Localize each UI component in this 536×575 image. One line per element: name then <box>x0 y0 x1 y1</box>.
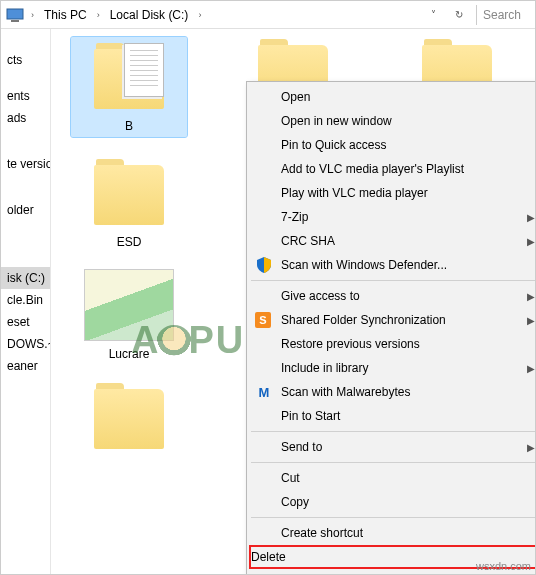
nav-item[interactable]: cle.Bin <box>1 289 50 311</box>
chevron-right-icon[interactable]: › <box>196 10 203 20</box>
menu-item-label: Open <box>281 90 310 104</box>
search-input[interactable]: Search <box>483 8 531 22</box>
nav-item[interactable]: DOWS.~BT <box>1 333 50 355</box>
menu-item-crc-sha[interactable]: CRC SHA▶ <box>249 229 536 253</box>
menu-item-label: Send to <box>281 440 322 454</box>
menu-item-copy[interactable]: Copy <box>249 490 536 514</box>
folder-item[interactable] <box>59 381 199 459</box>
folder-item[interactable]: ESD <box>59 157 199 249</box>
folder-label: B <box>75 119 183 133</box>
menu-item-label: Shared Folder Synchronization <box>281 313 446 327</box>
thumbnail-icon <box>84 269 174 341</box>
menu-item-send-to[interactable]: Send to▶ <box>249 435 536 459</box>
menu-item-create-shortcut[interactable]: Create shortcut <box>249 521 536 545</box>
pc-icon <box>5 5 25 25</box>
submenu-arrow-icon: ▶ <box>527 363 535 374</box>
refresh-icon[interactable]: ↻ <box>448 4 470 26</box>
menu-item-play-with-vlc-media-player[interactable]: Play with VLC media player <box>249 181 536 205</box>
divider <box>476 5 477 25</box>
menu-separator <box>251 462 536 463</box>
shield-icon <box>255 256 273 274</box>
menu-item-label: Copy <box>281 495 309 509</box>
mwb-icon: M <box>255 383 273 401</box>
nav-item[interactable]: ads <box>1 107 50 129</box>
menu-item-label: CRC SHA <box>281 234 335 248</box>
submenu-arrow-icon: ▶ <box>527 291 535 302</box>
nav-item[interactable]: cts <box>1 49 50 71</box>
submenu-arrow-icon: ▶ <box>527 212 535 223</box>
chevron-right-icon[interactable]: › <box>95 10 102 20</box>
menu-separator <box>251 280 536 281</box>
menu-item-label: Add to VLC media player's Playlist <box>281 162 464 176</box>
submenu-arrow-icon: ▶ <box>527 442 535 453</box>
nav-item[interactable]: eset <box>1 311 50 333</box>
submenu-arrow-icon: ▶ <box>527 236 535 247</box>
menu-item-label: Scan with Windows Defender... <box>281 258 447 272</box>
menu-item-add-to-vlc-media-player-s-playlist[interactable]: Add to VLC media player's Playlist <box>249 157 536 181</box>
menu-item-label: Play with VLC media player <box>281 186 428 200</box>
svg-rect-1 <box>11 20 19 22</box>
menu-item-7-zip[interactable]: 7-Zip▶ <box>249 205 536 229</box>
menu-item-open[interactable]: Open <box>249 85 536 109</box>
menu-item-pin-to-start[interactable]: Pin to Start <box>249 404 536 428</box>
menu-separator <box>251 431 536 432</box>
history-dropdown-icon[interactable]: ˅ <box>422 4 444 26</box>
menu-item-label: 7-Zip <box>281 210 308 224</box>
menu-item-label: Open in new window <box>281 114 392 128</box>
nav-item[interactable]: older <box>1 199 50 221</box>
nav-item[interactable]: eaner <box>1 355 50 377</box>
folder-label: ESD <box>59 235 199 249</box>
menu-separator <box>251 517 536 518</box>
menu-item-label: Pin to Start <box>281 409 340 423</box>
address-bar: › This PC › Local Disk (C:) › ˅ ↻ Search <box>1 1 535 29</box>
nav-item-selected[interactable]: isk (C:) <box>1 267 50 289</box>
menu-item-open-in-new-window[interactable]: Open in new window <box>249 109 536 133</box>
submenu-arrow-icon: ▶ <box>527 315 535 326</box>
menu-item-shared-folder-synchronization[interactable]: SShared Folder Synchronization▶ <box>249 308 536 332</box>
watermark-site: wsxdn.com <box>476 560 531 572</box>
navigation-pane: cts ents ads te version 2 older isk (C:)… <box>1 29 51 574</box>
menu-item-label: Pin to Quick access <box>281 138 386 152</box>
breadcrumb-this-pc[interactable]: This PC <box>40 6 91 24</box>
menu-item-cut[interactable]: Cut <box>249 466 536 490</box>
nav-item[interactable]: ents <box>1 85 50 107</box>
folder-label: Lucrare <box>59 347 199 361</box>
menu-item-scan-with-windows-defender[interactable]: Scan with Windows Defender... <box>249 253 536 277</box>
menu-item-label: Cut <box>281 471 300 485</box>
folder-item-selected[interactable]: B <box>59 37 199 137</box>
menu-item-label: Restore previous versions <box>281 337 420 351</box>
sfs-icon: S <box>255 312 271 328</box>
menu-item-include-in-library[interactable]: Include in library▶ <box>249 356 536 380</box>
menu-item-label: Include in library <box>281 361 368 375</box>
folder-content[interactable]: APUALS B and ESD <box>51 29 535 574</box>
menu-item-restore-previous-versions[interactable]: Restore previous versions <box>249 332 536 356</box>
context-menu: OpenOpen in new windowPin to Quick acces… <box>246 81 536 575</box>
menu-item-pin-to-quick-access[interactable]: Pin to Quick access <box>249 133 536 157</box>
chevron-right-icon[interactable]: › <box>29 10 36 20</box>
menu-item-scan-with-malwarebytes[interactable]: MScan with Malwarebytes <box>249 380 536 404</box>
menu-item-give-access-to[interactable]: Give access to▶ <box>249 284 536 308</box>
breadcrumb-local-disk[interactable]: Local Disk (C:) <box>106 6 193 24</box>
menu-item-label: Delete <box>251 550 286 564</box>
menu-item-label: Give access to <box>281 289 360 303</box>
svg-rect-0 <box>7 9 23 19</box>
folder-item[interactable]: Lucrare <box>59 269 199 361</box>
menu-item-label: Create shortcut <box>281 526 363 540</box>
menu-item-label: Scan with Malwarebytes <box>281 385 410 399</box>
nav-item[interactable]: te version 2 <box>1 153 50 175</box>
main-area: cts ents ads te version 2 older isk (C:)… <box>1 29 535 574</box>
